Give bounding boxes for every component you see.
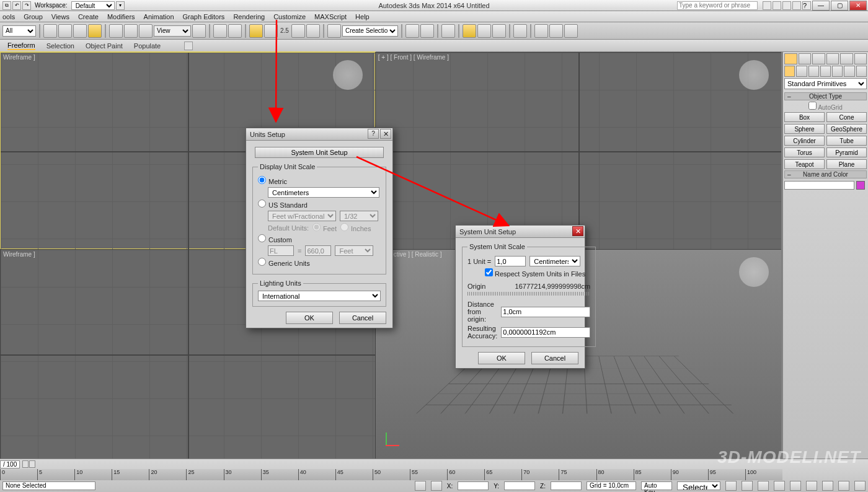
dialog-close-icon[interactable]: ✕ [380,129,391,139]
render-setup-icon[interactable] [534,24,548,38]
viewcube-icon[interactable] [739,60,769,90]
prev-frame-icon[interactable] [742,481,753,491]
select-scale-icon[interactable] [139,24,153,38]
spacewarps-subtab-icon[interactable] [844,66,854,77]
redo-icon[interactable]: ↷ [22,1,31,10]
obj-sphere-button[interactable]: Sphere [784,124,825,134]
mirror-icon[interactable] [405,24,419,38]
app-icon[interactable]: ⧉ [2,1,11,10]
time-slider-position[interactable]: / 100 [0,460,20,468]
obj-box-button[interactable]: Box [784,112,825,122]
primitive-category-select[interactable]: Standard Primitives [784,78,867,89]
geometry-subtab-icon[interactable] [784,66,795,77]
distance-input[interactable] [501,307,590,317]
cameras-subtab-icon[interactable] [820,66,831,77]
time-slider-next-icon[interactable] [29,460,35,468]
render-production-icon[interactable] [564,24,578,38]
autokey-button[interactable]: Auto Key [641,481,672,490]
one-unit-input[interactable] [495,256,526,266]
obj-cone-button[interactable]: Cone [826,112,867,122]
modify-tab-icon[interactable] [799,53,812,64]
isolate-icon[interactable] [431,481,442,491]
lighting-units-select[interactable]: International [258,291,381,301]
display-tab-icon[interactable] [840,53,853,64]
metric-radio[interactable] [258,176,266,184]
utilities-tab-icon[interactable] [854,53,867,64]
timeline-ruler[interactable]: 0510152025303540455055606570758085909510… [0,469,782,480]
object-name-input[interactable] [784,181,854,190]
window-close-button[interactable]: ✕ [849,1,867,11]
menu-animation[interactable]: Animation [144,13,174,20]
nav-zoom-icon[interactable] [822,481,833,491]
respect-units-checkbox[interactable] [485,268,493,276]
custom-radio[interactable] [258,234,266,242]
menu-tools[interactable]: ools [2,13,15,20]
lock-selection-icon[interactable] [415,481,426,491]
workspace-settings-icon[interactable]: ▾ [116,1,125,10]
menu-maxscript[interactable]: MAXScript [314,13,347,20]
workspace-select[interactable]: Default [71,1,115,10]
rendered-frame-icon[interactable] [549,24,563,38]
lights-subtab-icon[interactable] [808,66,819,77]
system-cancel-button[interactable]: Cancel [531,352,578,364]
schematic-view-icon[interactable] [492,24,506,38]
motion-tab-icon[interactable] [826,53,839,64]
window-crossing-icon[interactable] [88,24,102,38]
select-object-icon[interactable] [43,24,57,38]
z-input[interactable] [551,481,582,490]
next-frame-icon[interactable] [774,481,785,491]
menu-grapheditors[interactable]: Graph Editors [183,13,225,20]
ribbon-pin-icon[interactable] [184,42,193,50]
edit-selection-set-icon[interactable] [327,24,341,38]
origin-slider[interactable] [467,292,590,296]
generic-radio[interactable] [258,258,266,266]
layer-manager-icon[interactable] [441,24,455,38]
nav-pan-icon[interactable] [806,481,817,491]
viewport-front[interactable]: [ + ] [ Front ] [ Wireframe ] [375,52,781,249]
select-manipulate-icon[interactable] [213,24,227,38]
use-pivot-icon[interactable] [192,24,206,38]
help-search-input[interactable] [677,1,758,10]
nav-maximize-icon[interactable] [854,481,866,491]
system-ok-button[interactable]: OK [478,352,525,364]
undo-icon[interactable]: ↶ [12,1,21,10]
us-radio[interactable] [258,200,266,208]
material-editor-icon[interactable] [513,24,527,38]
spinner-snap-icon[interactable] [306,24,320,38]
obj-geosphere-button[interactable]: GeoSphere [826,124,867,134]
search-icon[interactable] [763,1,771,10]
y-input[interactable] [504,481,535,490]
time-slider-prev-icon[interactable] [22,460,29,468]
graphite-toggle-icon[interactable] [463,24,476,38]
select-move-icon[interactable] [109,24,123,38]
shapes-subtab-icon[interactable] [796,66,807,77]
units-cancel-button[interactable]: Cancel [339,312,386,324]
units-ok-button[interactable]: OK [286,312,333,324]
keyboard-shortcut-icon[interactable] [228,24,242,38]
ribbon-tab-selection[interactable]: Selection [46,42,74,50]
goto-end-icon[interactable] [790,481,801,491]
menu-rendering[interactable]: Rendering [233,13,265,20]
play-icon[interactable] [758,481,769,491]
system-unit-setup-button[interactable]: System Unit Setup [255,147,383,158]
obj-teapot-button[interactable]: Teapot [784,159,825,169]
ribbon-tab-freeform[interactable]: Freeform [7,42,35,50]
favorites-icon[interactable] [792,1,801,10]
obj-cylinder-button[interactable]: Cylinder [784,136,825,146]
viewcube-icon[interactable] [739,257,769,287]
x-input[interactable] [458,481,489,490]
nav-orbit-icon[interactable] [838,481,849,491]
obj-plane-button[interactable]: Plane [826,159,867,169]
window-maximize-button[interactable]: ▢ [831,1,848,11]
create-tab-icon[interactable] [784,53,797,64]
percent-snap-icon[interactable] [291,24,305,38]
one-unit-select[interactable]: Centimeters [529,256,580,266]
systems-subtab-icon[interactable] [856,66,867,77]
object-type-rollout[interactable]: Object Type [784,92,867,100]
named-selection-select[interactable]: Create Selection Se [342,25,398,37]
helpers-subtab-icon[interactable] [832,66,843,77]
angle-snap-icon[interactable] [264,24,278,38]
select-by-name-icon[interactable] [58,24,72,38]
snap-toggle-icon[interactable] [249,24,263,38]
rectangular-region-icon[interactable] [73,24,87,38]
